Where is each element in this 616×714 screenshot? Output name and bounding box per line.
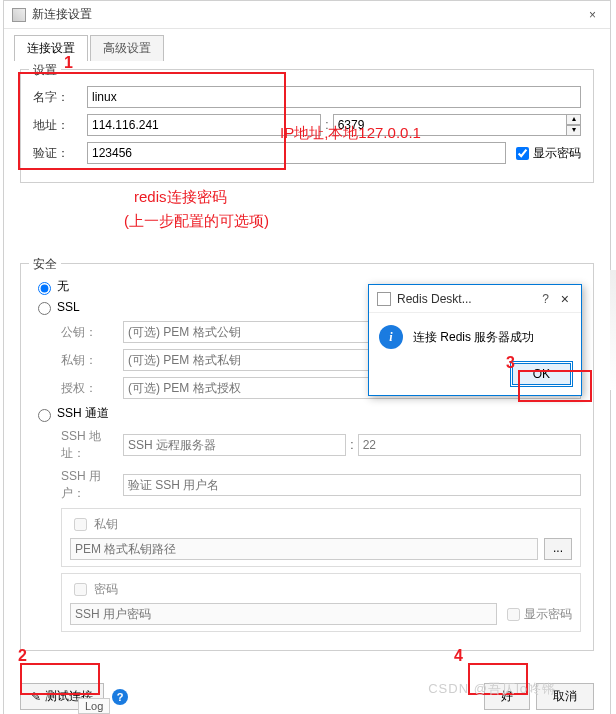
privkey-label: 私钥： [61,352,123,369]
show-password-label: 显示密码 [533,145,581,162]
window-title: 新连接设置 [32,6,583,23]
tabs: 连接设置 高级设置 [4,29,610,61]
ssh-show-pw-label: 显示密码 [524,606,572,623]
ssh-password-group: 密码 显示密码 [61,573,581,632]
dialog-close-icon[interactable]: × [557,291,573,307]
ssh-show-pw-checkbox[interactable] [507,608,520,621]
result-dialog: Redis Deskt... ? × i 连接 Redis 服务器成功 OK [368,284,582,396]
ssh-addr-label: SSH 地址： [61,428,123,462]
ssh-port-input[interactable] [358,434,581,456]
radio-none-label: 无 [57,278,69,295]
auth-label: 验证： [33,145,87,162]
cancel-button[interactable]: 取消 [536,683,594,710]
port-input[interactable] [333,114,567,136]
ssh-privkey-path-input[interactable] [70,538,538,560]
radio-ssh[interactable] [38,409,51,422]
radio-ssh-label: SSH 通道 [57,405,109,422]
edge-fragment [610,270,616,390]
settings-legend: 设置 [29,62,61,79]
address-input[interactable] [87,114,321,136]
addr-port-colon: : [321,118,332,132]
ssh-password-input[interactable] [70,603,497,625]
titlebar: 新连接设置 × [4,1,610,29]
address-label: 地址： [33,117,87,134]
ssh-password-checkbox[interactable] [74,583,87,596]
dialog-message: 连接 Redis 服务器成功 [413,329,534,346]
help-icon[interactable]: ? [112,689,128,705]
radio-ssl-label: SSL [57,300,80,314]
radio-ssl[interactable] [38,302,51,315]
dialog-title: Redis Deskt... [397,292,534,306]
dialog-help-icon[interactable]: ? [534,292,557,306]
ssh-password-label: 密码 [94,581,118,598]
dialog-titlebar: Redis Deskt... ? × [369,285,581,313]
dialog-ok-button[interactable]: OK [512,363,571,385]
close-icon[interactable]: × [583,8,602,22]
bottom-fragment: Log [78,698,110,714]
port-spinner[interactable]: ▴▾ [566,114,581,136]
radio-none[interactable] [38,282,51,295]
show-password-checkbox[interactable] [516,147,529,160]
dialog-app-icon [377,292,391,306]
ssh-user-label: SSH 用户： [61,468,123,502]
security-legend: 安全 [29,256,61,273]
browse-button[interactable]: ... [544,538,572,560]
tab-advanced[interactable]: 高级设置 [90,35,164,61]
ssh-user-input[interactable] [123,474,581,496]
ssh-port-colon: : [346,438,357,452]
ok-button[interactable]: 好 [484,683,530,710]
ssh-privkey-checkbox[interactable] [74,518,87,531]
app-icon [12,8,26,22]
settings-group: 设置 名字： 地址： : ▴▾ 验证： 显示密码 [20,69,594,183]
info-icon: i [379,325,403,349]
name-label: 名字： [33,89,87,106]
ssh-addr-input[interactable] [123,434,346,456]
ssh-privkey-group: 私钥 ... [61,508,581,567]
authfile-label: 授权： [61,380,123,397]
tab-connection[interactable]: 连接设置 [14,35,88,61]
magic-wand-icon: ✎ [31,690,41,704]
pubkey-label: 公钥： [61,324,123,341]
auth-input[interactable] [87,142,506,164]
name-input[interactable] [87,86,581,108]
ssh-privkey-label: 私钥 [94,516,118,533]
